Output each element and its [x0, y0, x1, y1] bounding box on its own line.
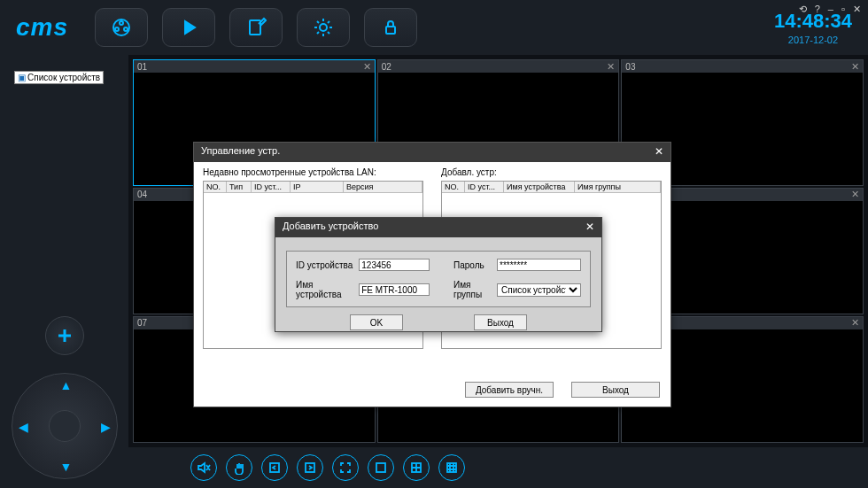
- layout-1-button[interactable]: [368, 454, 394, 481]
- svg-point-6: [320, 24, 327, 31]
- ptz-center-button[interactable]: [49, 410, 81, 442]
- tree-root-label: Список устройств: [27, 73, 100, 82]
- svg-rect-7: [386, 27, 395, 34]
- settings-button[interactable]: [297, 8, 350, 47]
- ptz-up[interactable]: ▲: [60, 378, 73, 392]
- col-type[interactable]: Тип: [227, 182, 252, 192]
- svg-point-3: [124, 27, 128, 31]
- minimize-icon[interactable]: –: [828, 4, 835, 14]
- exit-button[interactable]: Выход: [571, 382, 660, 398]
- sync-icon[interactable]: ⟲: [799, 4, 809, 14]
- logo: cms: [16, 13, 68, 42]
- lan-devices-label: Недавно просмотренные устройства LAN:: [203, 167, 423, 177]
- password-input[interactable]: [497, 259, 581, 271]
- edit-button[interactable]: [229, 8, 283, 47]
- device-id-label: ID устройства: [296, 260, 359, 270]
- fullscreen-button[interactable]: [332, 454, 359, 481]
- dialog1-title: Управление устр.: [201, 145, 280, 159]
- ok-button[interactable]: OK: [350, 314, 403, 330]
- dialog1-close[interactable]: ✕: [655, 145, 663, 159]
- col-group[interactable]: Имя группы: [575, 182, 661, 192]
- play-icon: [178, 17, 199, 38]
- cell-close[interactable]: ✕: [607, 61, 615, 73]
- col-ver[interactable]: Версия: [344, 182, 422, 192]
- cell-label: 07: [137, 318, 147, 328]
- grid9-icon: [445, 461, 459, 475]
- cell-close[interactable]: ✕: [851, 189, 859, 200]
- device-id-input[interactable]: [359, 259, 430, 271]
- prev-page-button[interactable]: [261, 454, 288, 481]
- next-page-button[interactable]: [297, 454, 323, 481]
- mute-icon: [197, 461, 211, 475]
- col-no[interactable]: NO.: [442, 182, 465, 192]
- tree-collapse-icon: ▣: [18, 73, 26, 82]
- device-tree-root[interactable]: ▣Список устройств: [14, 71, 104, 84]
- svg-rect-12: [447, 463, 456, 472]
- cell-close[interactable]: ✕: [363, 61, 371, 73]
- cell-close[interactable]: ✕: [851, 317, 859, 329]
- layout-9-button[interactable]: [438, 454, 465, 481]
- col-no[interactable]: NO.: [204, 182, 227, 192]
- bottom-toolbar: [128, 447, 868, 488]
- device-name-input[interactable]: [359, 283, 430, 296]
- lock-button[interactable]: [364, 8, 417, 47]
- device-name-label: Имя устройства: [296, 280, 359, 299]
- close-icon[interactable]: ✕: [853, 4, 863, 14]
- dialog2-close[interactable]: ✕: [585, 221, 594, 235]
- header: cms 14:48:34 2017-12-02: [0, 0, 868, 55]
- sidebar: ▣Список устройств ▲ ▼ ◀ ▶: [0, 55, 128, 488]
- svg-marker-4: [185, 21, 195, 34]
- mute-button[interactable]: [190, 454, 217, 481]
- maximize-icon[interactable]: ▫: [841, 4, 847, 14]
- cell-label: 02: [382, 62, 391, 72]
- group-select[interactable]: Список устройств: [497, 283, 581, 297]
- hand-icon: [232, 461, 246, 475]
- clock-date: 2017-12-02: [774, 35, 852, 45]
- svg-point-1: [120, 21, 123, 25]
- plus-icon: [57, 328, 73, 344]
- svg-point-2: [115, 27, 119, 31]
- dialog2-exit-button[interactable]: Выход: [474, 314, 527, 330]
- grid1-icon: [374, 461, 388, 475]
- password-label: Пароль: [453, 260, 497, 270]
- expand-icon: [338, 461, 353, 475]
- ptz-down[interactable]: ▼: [60, 460, 73, 474]
- cell-label: 04: [137, 190, 147, 199]
- svg-rect-10: [376, 463, 385, 472]
- grid4-icon: [409, 461, 423, 475]
- playback-button[interactable]: [95, 8, 148, 47]
- col-ip[interactable]: IP: [291, 182, 344, 192]
- lock-icon: [380, 17, 401, 38]
- hand-button[interactable]: [226, 454, 252, 481]
- cell-label: 03: [625, 62, 635, 72]
- gear-icon: [313, 17, 334, 38]
- ptz-right[interactable]: ▶: [101, 420, 111, 434]
- edit-icon: [245, 17, 267, 38]
- play-button[interactable]: [162, 8, 215, 47]
- col-id[interactable]: ID уст...: [465, 182, 504, 192]
- next-icon: [303, 461, 317, 475]
- col-name[interactable]: Имя устройства: [504, 182, 575, 192]
- prev-icon: [267, 461, 282, 475]
- ptz-left[interactable]: ◀: [19, 420, 28, 434]
- group-name-label: Имя группы: [453, 280, 497, 299]
- ptz-control: ▲ ▼ ◀ ▶: [12, 373, 118, 479]
- cell-close[interactable]: ✕: [851, 61, 859, 73]
- col-id[interactable]: ID уст...: [252, 182, 291, 192]
- add-button[interactable]: [45, 316, 84, 355]
- reel-icon: [111, 17, 132, 38]
- add-manual-button[interactable]: Добавить вручн.: [465, 382, 554, 398]
- added-devices-label: Добавл. устр:: [441, 167, 662, 177]
- help-icon[interactable]: ?: [815, 4, 822, 14]
- layout-4-button[interactable]: [403, 454, 430, 481]
- dialog2-title: Добавить устройство: [283, 221, 378, 235]
- cell-label: 01: [137, 62, 147, 72]
- add-device-dialog: Добавить устройство ✕ ID устройства Паро…: [275, 217, 602, 332]
